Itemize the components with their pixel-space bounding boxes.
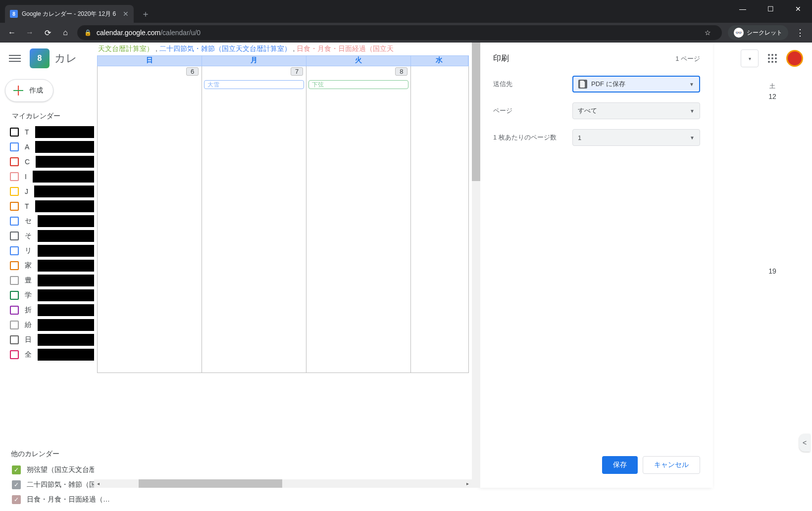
calendar-prefix: 学 (25, 291, 32, 300)
print-title: 印刷 (493, 53, 509, 64)
other-calendar-item[interactable]: 日食・月食・日面経過（… (12, 492, 126, 507)
calendar-checkbox[interactable] (10, 261, 19, 270)
calendar-prefix: セ (25, 217, 32, 226)
calendar-prefix: A (25, 143, 29, 151)
nav-home-icon[interactable]: ⌂ (56, 25, 74, 41)
calendar-checkbox[interactable] (10, 128, 19, 137)
lock-icon: 🔒 (84, 29, 92, 36)
incognito-label: シークレット (747, 29, 782, 37)
scroll-left-icon[interactable]: ◂ (94, 479, 102, 488)
nav-back-icon[interactable]: ← (3, 25, 21, 41)
bookmark-star-icon[interactable]: ☆ (705, 29, 711, 37)
tab-title: Google カレンダー - 2020年 12月 6 (22, 10, 120, 18)
pages-per-sheet-value: 1 (578, 134, 581, 141)
browser-toolbar: ← → ⟳ ⌂ 🔒 calendar.google.com/calendar/u… (0, 23, 812, 43)
create-button[interactable]: 作成 (5, 79, 53, 102)
calendar-prefix: リ (25, 246, 32, 255)
dow-tue: 火 (306, 56, 411, 66)
weekday-sat-date: 12 (743, 93, 802, 100)
calendar-checkbox[interactable] (10, 217, 19, 226)
calendar-checkbox[interactable] (10, 335, 19, 344)
calendar-checkbox[interactable] (10, 142, 19, 151)
calendar-checkbox[interactable] (12, 465, 21, 474)
pages-select[interactable]: すべて ▼ (572, 102, 700, 119)
chevron-down-icon: ▼ (690, 108, 695, 114)
scroll-right-icon[interactable]: ▸ (463, 479, 472, 488)
browser-tab[interactable]: 8 Google カレンダー - 2020年 12月 6 ✕ (5, 5, 134, 23)
tab-favicon: 8 (10, 10, 18, 18)
calendar-checkbox[interactable] (10, 291, 19, 300)
account-avatar[interactable] (786, 50, 803, 67)
calendar-prefix: 家 (25, 261, 32, 270)
calendar-checkbox[interactable] (10, 321, 19, 329)
address-bar[interactable]: 🔒 calendar.google.com/calendar/u/0 ☆ (77, 25, 722, 40)
calendar-checkbox[interactable] (10, 246, 19, 255)
calendar-checkbox[interactable] (10, 232, 19, 240)
source-1: 天文台暦計算室） (98, 45, 153, 52)
pages-value: すべて (578, 106, 597, 115)
chevron-down-icon: ▼ (690, 135, 695, 140)
calendar-checkbox[interactable] (12, 495, 21, 504)
window-titlebar: 8 Google カレンダー - 2020年 12月 6 ✕ ＋ ― ☐ ✕ (0, 0, 812, 23)
cancel-button[interactable]: キャンセル (643, 456, 700, 474)
pages-label: ページ (493, 106, 572, 115)
pages-per-sheet-select[interactable]: 1 ▼ (572, 129, 700, 146)
preview-hscroll-thumb[interactable] (139, 479, 282, 488)
plus-icon (12, 85, 24, 96)
redacted-text (35, 126, 104, 138)
calendar-prefix: 全 (25, 350, 32, 359)
side-panel-toggle-icon[interactable]: < (799, 434, 810, 452)
weekday-sat-col: 土 12 (743, 82, 802, 100)
window-minimize-icon[interactable]: ― (729, 0, 757, 18)
calendar-checkbox[interactable] (12, 480, 21, 489)
calendar-sources-line: 天文台暦計算室） , 二十四節気・雑節（国立天文台暦計算室） , 日食・月食・日… (97, 43, 469, 55)
week-body: 6 7 大雪 8 下弦 (97, 66, 469, 373)
calendar-prefix: 日 (25, 335, 32, 344)
destination-select[interactable]: PDF に保存 ▼ (572, 76, 700, 93)
calendar-prefix: 豊 (25, 276, 32, 285)
col-wed (411, 66, 468, 372)
dow-sun: 日 (98, 56, 202, 66)
chrome-menu-icon[interactable]: ⋮ (791, 27, 809, 38)
calendar-prefix: そ (25, 232, 32, 240)
weekday-next-col: 19 (743, 265, 802, 275)
calendar-prefix: T (25, 128, 29, 136)
window-maximize-icon[interactable]: ☐ (757, 0, 784, 18)
calendar-label: 日食・月食・日面経過（… (27, 495, 110, 504)
calendar-checkbox[interactable] (10, 276, 19, 285)
col-tue: 8 下弦 (306, 66, 411, 372)
calendar-checkbox[interactable] (10, 306, 19, 315)
incognito-icon: 👓 (734, 28, 744, 38)
tab-close-icon[interactable]: ✕ (123, 10, 129, 18)
calendar-checkbox[interactable] (10, 202, 19, 211)
calendar-checkbox[interactable] (10, 187, 19, 196)
nav-reload-icon[interactable]: ⟳ (39, 25, 56, 41)
calendar-prefix: 折 (25, 306, 32, 315)
save-button[interactable]: 保存 (602, 456, 638, 474)
incognito-badge[interactable]: 👓 シークレット (728, 25, 788, 40)
new-tab-button[interactable]: ＋ (139, 7, 152, 21)
destination-label: 送信先 (493, 80, 572, 89)
print-preview-pane: ◂ ▸ 天文台暦計算室） , 二十四節気・雑節（国立天文台暦計算室） , 日食・… (94, 43, 480, 488)
col-sun: 6 (98, 66, 202, 372)
calendar-checkbox[interactable] (10, 172, 19, 181)
app-title: カレ (54, 51, 77, 66)
url-host: calendar.google.com (97, 29, 160, 37)
view-select-button[interactable]: ▾ (741, 49, 759, 67)
preview-vscroll-thumb[interactable] (472, 43, 480, 181)
calendar-prefix: 紛 (25, 321, 32, 329)
calendar-logo-icon: 8 (30, 48, 50, 68)
google-apps-icon[interactable] (762, 48, 782, 68)
date-mon: 7 (291, 67, 303, 76)
menu-icon[interactable] (9, 52, 21, 64)
calendar-checkbox[interactable] (10, 157, 19, 166)
window-close-icon[interactable]: ✕ (784, 0, 812, 18)
dow-mon: 月 (202, 56, 306, 66)
calendar-checkbox[interactable] (10, 350, 19, 359)
chevron-down-icon: ▼ (689, 82, 694, 87)
nav-forward-icon[interactable]: → (21, 25, 39, 41)
calendar-prefix: I (25, 173, 27, 181)
event-kagen: 下弦 (308, 80, 408, 89)
url-path: /calendar/u/0 (160, 29, 201, 37)
event-taisetsu: 大雪 (204, 80, 304, 89)
